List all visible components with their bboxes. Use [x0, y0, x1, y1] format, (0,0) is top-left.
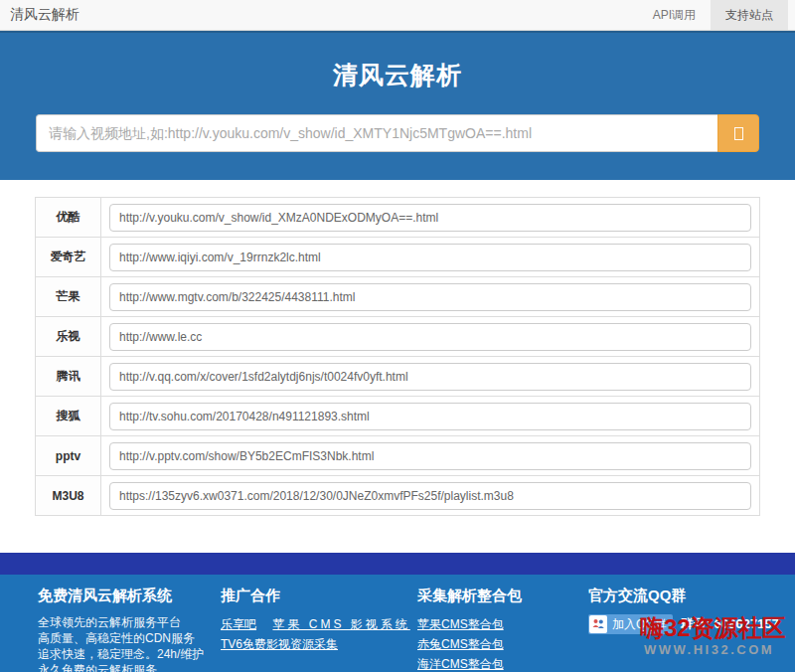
- site-label-sohu: 搜狐: [36, 397, 101, 436]
- footer-about-line: 永久免费的云解析服务: [38, 662, 221, 672]
- watermark-site-url: WWW.HI32.COM: [644, 642, 774, 657]
- example-url-input-m3u8[interactable]: [109, 482, 751, 510]
- navbar: 清风云解析 API调用 支持站点: [0, 0, 795, 31]
- qq-group-icon: [589, 615, 607, 633]
- table-row: 爱奇艺: [36, 238, 760, 277]
- nav-item-supported-sites[interactable]: 支持站点: [711, 0, 788, 30]
- site-label-iqiyi: 爱奇艺: [36, 238, 101, 277]
- page-title: 清风云解析: [0, 33, 795, 91]
- footer-about-line: 高质量、高稳定性的CDN服务: [38, 630, 221, 646]
- link-apple-cms-package[interactable]: 苹果CMS整合包: [417, 614, 588, 634]
- footer-promo-heading: 推广合作: [221, 587, 417, 605]
- examples-section: 优酷 爱奇艺 芒果 乐视 腾讯 搜狐: [0, 180, 795, 553]
- footer-about-heading: 免费清风云解析系统: [38, 587, 221, 605]
- missing-glyph-icon: [734, 127, 743, 140]
- example-url-input-mgtv[interactable]: [109, 283, 751, 311]
- site-label-pptv: pptv: [36, 436, 101, 476]
- site-label-youku: 优酷: [36, 198, 101, 238]
- link-lexiangba[interactable]: 乐享吧: [221, 614, 256, 634]
- link-chitu-cms-package[interactable]: 赤兔CMS整合包: [417, 634, 588, 654]
- example-url-input-iqiyi[interactable]: [109, 244, 751, 271]
- example-url-input-youku[interactable]: [109, 204, 751, 232]
- footer-packages-column: 采集解析整合包 苹果CMS整合包 赤兔CMS整合包 海洋CMS整合包 飞飞CMS…: [417, 579, 588, 672]
- link-apple-cms[interactable]: 苹果 CMS 影视系统: [272, 614, 409, 634]
- footer-packages-heading: 采集解析整合包: [417, 587, 588, 605]
- parse-input-group: [36, 114, 759, 152]
- table-row: 腾讯: [36, 357, 760, 397]
- example-url-input-letv[interactable]: [109, 323, 751, 351]
- site-label-letv: 乐视: [36, 317, 101, 357]
- divider-band: [0, 553, 795, 575]
- footer-about-line: 追求快速，稳定理念。24h/维护: [38, 646, 221, 662]
- nav-item-api[interactable]: API调用: [638, 0, 711, 30]
- footer-promo-column: 推广合作 乐享吧 苹果 CMS 影视系统 TV6免费影视资源采集: [221, 579, 417, 654]
- example-url-input-qq[interactable]: [109, 363, 751, 391]
- watermark-site-name: 嗨32资源社区: [640, 612, 786, 644]
- hero-section: 清风云解析: [0, 31, 795, 180]
- table-row: 乐视: [36, 317, 760, 357]
- site-label-m3u8: M3U8: [36, 476, 101, 516]
- brand-title: 清风云解析: [0, 0, 80, 30]
- link-seacms-package[interactable]: 海洋CMS整合包: [417, 654, 588, 672]
- video-url-input[interactable]: [36, 114, 717, 152]
- table-row: pptv: [36, 436, 760, 476]
- footer-about-column: 免费清风云解析系统 全球领先的云解析服务平台 高质量、高稳定性的CDN服务 追求…: [38, 579, 221, 672]
- site-label-qq: 腾讯: [36, 357, 101, 397]
- navbar-menu: API调用 支持站点: [638, 0, 795, 30]
- table-row: M3U8: [36, 476, 760, 516]
- table-row: 搜狐: [36, 397, 760, 436]
- table-row: 芒果: [36, 277, 760, 317]
- footer-about-line: 全球领先的云解析服务平台: [38, 614, 221, 630]
- site-label-mgtv: 芒果: [36, 277, 101, 317]
- link-tv6-resources[interactable]: TV6免费影视资源采集: [221, 634, 338, 654]
- example-url-input-pptv[interactable]: [109, 442, 751, 470]
- footer-qq-heading: 官方交流QQ群: [588, 587, 795, 605]
- table-row: 优酷: [36, 198, 760, 238]
- parse-submit-button[interactable]: [717, 114, 759, 152]
- examples-table: 优酷 爱奇艺 芒果 乐视 腾讯 搜狐: [35, 197, 760, 516]
- example-url-input-sohu[interactable]: [109, 403, 751, 430]
